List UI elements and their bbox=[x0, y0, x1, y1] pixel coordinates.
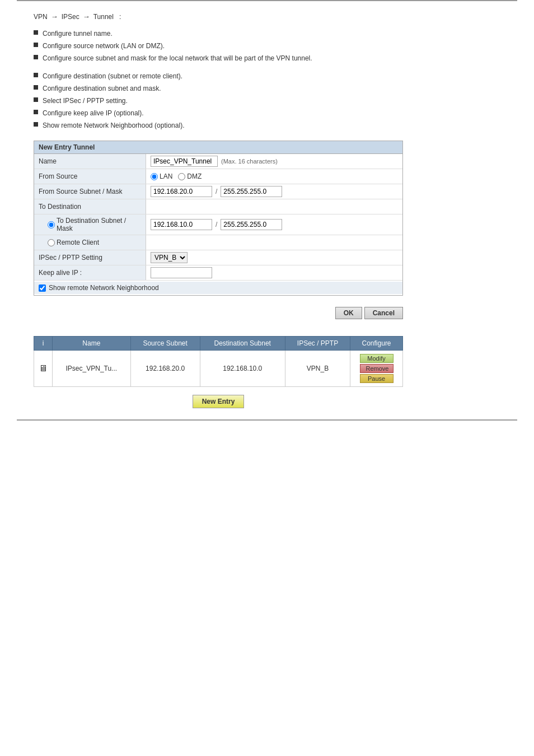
cancel-button[interactable]: Cancel bbox=[364, 307, 403, 319]
row-ipsec: VPN_B bbox=[285, 351, 350, 387]
modify-button[interactable]: Modify bbox=[360, 354, 394, 363]
from-source-label: From Source bbox=[34, 169, 146, 184]
dest-subnet-input[interactable] bbox=[151, 219, 212, 230]
slash1: / bbox=[216, 188, 217, 195]
configure-buttons: Modify Remove Pause bbox=[352, 352, 401, 385]
list-item: Configure tunnel name. bbox=[34, 29, 500, 39]
to-destination-label: To Destination bbox=[34, 199, 146, 214]
form-title: New Entry Tunnel bbox=[34, 141, 402, 154]
source-mask-input[interactable] bbox=[221, 186, 282, 197]
list-item: Configure destination (subnet or remote … bbox=[34, 71, 500, 81]
ipsec-setting-label: IPSec / PPTP Setting bbox=[34, 250, 146, 265]
remote-client-value bbox=[146, 241, 402, 244]
list-item: Configure keep alive IP (optional). bbox=[34, 108, 500, 118]
source-lan-label: LAN bbox=[160, 172, 172, 180]
new-entry-tunnel-form: New Entry Tunnel Name (Max. 16 character… bbox=[34, 141, 403, 296]
remote-client-label: Remote Client bbox=[34, 235, 146, 250]
list-item: Select IPSec / PPTP setting. bbox=[34, 96, 500, 106]
name-input[interactable] bbox=[151, 156, 218, 167]
source-radio-group: LAN DMZ bbox=[151, 172, 202, 180]
ipsec-setting-value: VPN_B bbox=[146, 250, 402, 265]
list-item: Configure source network (LAN or DMZ). bbox=[34, 41, 500, 51]
row-icon-cell: 🖥 bbox=[34, 351, 53, 387]
tunnel-icon: 🖥 bbox=[39, 363, 48, 373]
remote-client-radio-label[interactable]: Remote Client bbox=[48, 239, 99, 246]
keepalive-row: Keep alive IP : bbox=[34, 265, 402, 281]
dest-subnet-radio[interactable] bbox=[48, 221, 55, 228]
row-source: 192.168.20.0 bbox=[130, 351, 200, 387]
list-item: Configure destination subnet and mask. bbox=[34, 83, 500, 94]
source-dmz-label: DMZ bbox=[187, 172, 202, 180]
breadcrumb: VPN → IPSec → Tunnel : bbox=[34, 12, 500, 21]
instruction-list: Configure tunnel name. Configure source … bbox=[34, 29, 500, 130]
slash2: / bbox=[216, 221, 217, 228]
arrow2: → bbox=[83, 12, 90, 21]
from-source-value: LAN DMZ bbox=[146, 171, 402, 182]
source-subnet-input[interactable] bbox=[151, 186, 212, 197]
remote-client-row: Remote Client bbox=[34, 235, 402, 250]
show-network-checkbox[interactable] bbox=[39, 284, 46, 292]
dest-mask-input[interactable] bbox=[221, 219, 282, 230]
keepalive-label: Keep alive IP : bbox=[34, 265, 146, 280]
form-buttons: OK Cancel bbox=[34, 307, 403, 319]
col-header-i: i bbox=[34, 337, 53, 351]
ok-button[interactable]: OK bbox=[335, 307, 362, 319]
breadcrumb-tunnel: Tunnel bbox=[93, 13, 114, 21]
name-label: Name bbox=[34, 154, 146, 169]
to-destination-value bbox=[146, 205, 402, 208]
dest-subnet-radio-text: To Destination Subnet / Mask bbox=[57, 217, 141, 232]
row-destination: 192.168.10.0 bbox=[200, 351, 285, 387]
to-destination-row: To Destination bbox=[34, 199, 402, 214]
new-entry-button[interactable]: New Entry bbox=[193, 395, 245, 408]
source-dmz-input[interactable] bbox=[178, 173, 185, 180]
tunnel-table: i Name Source Subnet Destination Subnet … bbox=[34, 336, 403, 387]
col-header-source: Source Subnet bbox=[130, 337, 200, 351]
remote-client-radio[interactable] bbox=[48, 239, 55, 246]
list-item: Configure source subnet and mask for the… bbox=[34, 53, 500, 63]
ipsec-setting-select[interactable]: VPN_B bbox=[151, 252, 188, 263]
source-dmz-radio[interactable]: DMZ bbox=[178, 172, 202, 180]
source-subnet-value: / bbox=[146, 184, 402, 199]
breadcrumb-colon: : bbox=[119, 13, 121, 21]
name-hint: (Max. 16 characters) bbox=[221, 158, 278, 165]
name-row: Name (Max. 16 characters) bbox=[34, 154, 402, 169]
keepalive-value bbox=[146, 265, 402, 280]
show-network-label: Show remote Network Neighborhood bbox=[49, 284, 159, 292]
name-value: (Max. 16 characters) bbox=[146, 154, 402, 169]
col-header-name: Name bbox=[53, 337, 131, 351]
dest-subnet-radio-label[interactable]: To Destination Subnet / Mask bbox=[48, 217, 141, 232]
row-configure: Modify Remove Pause bbox=[350, 351, 403, 387]
source-lan-input[interactable] bbox=[151, 173, 158, 180]
col-header-configure: Configure bbox=[350, 337, 403, 351]
remote-client-text: Remote Client bbox=[57, 239, 99, 246]
list-item: Show remote Network Neighborhood (option… bbox=[34, 120, 500, 130]
table-row: 🖥 IPsec_VPN_Tu... 192.168.20.0 192.168.1… bbox=[34, 351, 403, 387]
dest-subnet-label: To Destination Subnet / Mask bbox=[34, 214, 146, 235]
dest-subnet-value: / bbox=[146, 217, 402, 232]
keepalive-input[interactable] bbox=[151, 267, 212, 278]
source-lan-radio[interactable]: LAN bbox=[151, 172, 172, 180]
dest-subnet-row: To Destination Subnet / Mask / bbox=[34, 214, 402, 235]
new-entry-row: New Entry bbox=[34, 395, 403, 408]
pause-button[interactable]: Pause bbox=[360, 374, 394, 383]
col-header-dest: Destination Subnet bbox=[200, 337, 285, 351]
col-header-ipsec: IPSec / PPTP bbox=[285, 337, 350, 351]
ipsec-setting-row: IPSec / PPTP Setting VPN_B bbox=[34, 250, 402, 265]
breadcrumb-ipsec: IPSec bbox=[62, 13, 79, 21]
source-subnet-label: From Source Subnet / Mask bbox=[34, 184, 146, 199]
checkbox-row: Show remote Network Neighborhood bbox=[34, 281, 402, 295]
row-name: IPsec_VPN_Tu... bbox=[53, 351, 131, 387]
from-source-row: From Source LAN DMZ bbox=[34, 169, 402, 184]
remove-button[interactable]: Remove bbox=[360, 364, 394, 373]
breadcrumb-vpn: VPN bbox=[34, 13, 48, 21]
arrow1: → bbox=[51, 12, 58, 21]
source-subnet-row: From Source Subnet / Mask / bbox=[34, 184, 402, 199]
